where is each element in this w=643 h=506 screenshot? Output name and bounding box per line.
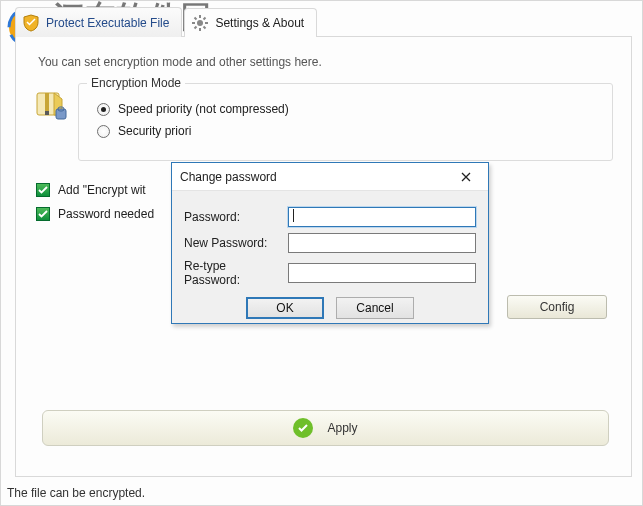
button-label: Apply [327, 421, 357, 435]
svg-rect-7 [45, 111, 49, 115]
tab-settings-about[interactable]: Settings & About [184, 8, 317, 38]
radio-icon [97, 125, 110, 138]
shield-icon [22, 14, 40, 32]
tab-label: Settings & About [215, 9, 304, 37]
ok-button[interactable]: OK [246, 297, 324, 319]
tab-protect-executable[interactable]: Protect Executable File [15, 7, 182, 37]
gear-icon [191, 14, 209, 32]
close-icon [461, 172, 471, 182]
checkbox-icon [36, 183, 50, 197]
password-input[interactable] [288, 207, 476, 227]
svg-point-4 [197, 20, 203, 26]
fieldset-legend: Encryption Mode [87, 76, 185, 90]
retype-password-label: Re-type Password: [184, 259, 288, 287]
button-label: OK [276, 301, 293, 315]
apply-button[interactable]: Apply [42, 410, 609, 446]
encryption-mode-fieldset: Encryption Mode Speed priority (not comp… [78, 83, 613, 161]
checkbox-label: Password needed [58, 207, 154, 221]
retype-password-input[interactable] [288, 263, 476, 283]
dialog-titlebar: Change password [172, 163, 488, 191]
radio-icon [97, 103, 110, 116]
radio-security-priority[interactable]: Security priori [97, 124, 598, 138]
checkbox-label: Add "Encrypt wit [58, 183, 146, 197]
archive-icon [34, 87, 68, 121]
new-password-label: New Password: [184, 236, 288, 250]
tabstrip: Protect Executable File Settings & About [15, 7, 632, 37]
config-button[interactable]: Config [507, 295, 607, 319]
change-password-dialog: Change password Password: New Password: … [171, 162, 489, 324]
cancel-button[interactable]: Cancel [336, 297, 414, 319]
new-password-input[interactable] [288, 233, 476, 253]
check-circle-icon [293, 418, 313, 438]
close-button[interactable] [452, 167, 480, 187]
radio-label: Security priori [118, 124, 191, 138]
status-bar: The file can be encrypted. [7, 486, 636, 500]
checkbox-icon [36, 207, 50, 221]
button-label: Config [540, 300, 575, 314]
radio-speed-priority[interactable]: Speed priority (not compressed) [97, 102, 598, 116]
button-label: Cancel [356, 301, 393, 315]
radio-label: Speed priority (not compressed) [118, 102, 289, 116]
dialog-body: Password: New Password: Re-type Password… [172, 191, 488, 319]
description-text: You can set encryption mode and other se… [34, 55, 613, 69]
tab-label: Protect Executable File [46, 9, 169, 37]
dialog-title: Change password [180, 163, 277, 191]
password-label: Password: [184, 210, 288, 224]
